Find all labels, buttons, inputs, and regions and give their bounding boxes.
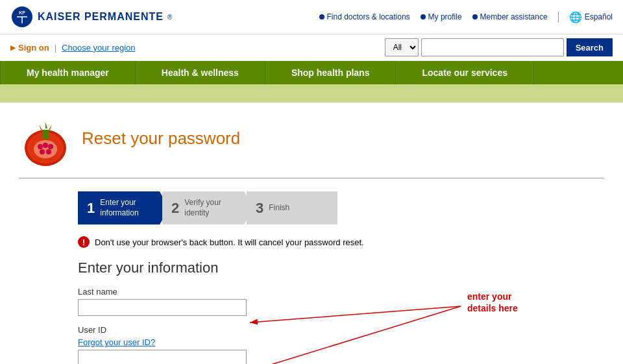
nav-item-health-wellness[interactable]: Health & wellness bbox=[136, 61, 265, 84]
svg-marker-9 bbox=[45, 122, 47, 128]
nav-item-health-manager[interactable]: My health manager bbox=[0, 61, 136, 84]
search-category-select[interactable]: All bbox=[385, 38, 419, 56]
sign-on-separator: | bbox=[55, 43, 56, 53]
search-button[interactable]: Search bbox=[567, 38, 613, 56]
pomegranate-image bbox=[19, 115, 71, 167]
user-id-label: User ID bbox=[78, 325, 604, 335]
step-3: 3 Finish bbox=[247, 191, 337, 224]
svg-point-13 bbox=[48, 144, 53, 149]
my-profile-dot bbox=[421, 14, 426, 19]
choose-region-link[interactable]: Choose your region bbox=[62, 43, 135, 53]
svg-marker-7 bbox=[39, 125, 42, 130]
logo: KP KAISER PERMANENTE ® bbox=[10, 5, 172, 29]
annotation-container: enter your details here Last name User I… bbox=[78, 287, 604, 364]
last-name-input[interactable] bbox=[78, 299, 247, 316]
search-area: All Search bbox=[385, 38, 613, 56]
main-content: Reset your password 1 Enter yourinformat… bbox=[0, 103, 623, 364]
member-assistance-dot bbox=[472, 14, 478, 19]
step-2-label: Verify youridentity bbox=[184, 198, 221, 218]
member-assistance-link[interactable]: Member assistance bbox=[472, 12, 548, 21]
language-link[interactable]: 🌐 Español bbox=[569, 11, 613, 23]
svg-point-14 bbox=[40, 149, 45, 154]
nav-item-shop-plans[interactable]: Shop health plans bbox=[265, 61, 397, 84]
sign-on-area: Sign on | Choose your region bbox=[10, 43, 136, 53]
forgot-user-id-link[interactable]: Forgot your user ID? bbox=[78, 337, 604, 347]
last-name-label: Last name bbox=[78, 287, 604, 297]
step-1: 1 Enter yourinformation bbox=[78, 191, 169, 224]
kp-logo-icon: KP bbox=[10, 5, 34, 29]
find-doctors-dot bbox=[319, 14, 324, 19]
step-2: 2 Verify youridentity bbox=[162, 191, 253, 224]
search-row: Sign on | Choose your region All Search bbox=[0, 34, 623, 61]
page-header: Reset your password bbox=[19, 115, 604, 167]
sign-on-button[interactable]: Sign on bbox=[10, 43, 49, 53]
page-title: Reset your password bbox=[82, 128, 240, 149]
step-3-number: 3 bbox=[256, 200, 263, 217]
brand-name: KAISER PERMANENTE bbox=[38, 11, 164, 23]
step-1-label: Enter yourinformation bbox=[100, 198, 138, 218]
find-doctors-link[interactable]: Find doctors & locations bbox=[319, 12, 410, 21]
step-1-number: 1 bbox=[87, 200, 95, 217]
svg-rect-6 bbox=[42, 130, 49, 139]
section-divider bbox=[19, 178, 604, 178]
green-banner bbox=[0, 84, 623, 103]
last-name-group: Last name bbox=[78, 287, 604, 316]
main-nav: My health manager Health & wellness Shop… bbox=[0, 61, 623, 84]
steps-container: 1 Enter yourinformation 2 Verify youride… bbox=[78, 191, 415, 224]
svg-point-11 bbox=[38, 144, 43, 149]
brand-tagline: ® bbox=[167, 14, 172, 21]
top-bar: KP KAISER PERMANENTE ® Find doctors & lo… bbox=[0, 0, 623, 34]
top-links: Find doctors & locations My profile Memb… bbox=[319, 11, 613, 23]
warning-icon: ! bbox=[78, 236, 90, 248]
user-id-input[interactable] bbox=[78, 350, 247, 364]
svg-text:KP: KP bbox=[19, 10, 25, 15]
form-section-title: Enter your information bbox=[78, 260, 604, 276]
svg-point-12 bbox=[43, 143, 48, 148]
warning-message: Don't use your browser's back button. It… bbox=[95, 237, 364, 247]
form-section: Enter your information enter your detail… bbox=[78, 260, 604, 364]
user-id-group: User ID Forgot your user ID? bbox=[78, 325, 604, 364]
svg-marker-8 bbox=[49, 125, 52, 130]
globe-icon: 🌐 bbox=[569, 11, 582, 23]
nav-item-locate-services[interactable]: Locate our services bbox=[396, 61, 534, 84]
svg-point-15 bbox=[46, 149, 51, 154]
step-2-number: 2 bbox=[171, 200, 179, 217]
step-3-label: Finish bbox=[269, 203, 289, 213]
search-input[interactable] bbox=[421, 38, 564, 56]
my-profile-link[interactable]: My profile bbox=[421, 12, 462, 21]
top-divider bbox=[558, 12, 559, 22]
warning-row: ! Don't use your browser's back button. … bbox=[78, 236, 604, 248]
